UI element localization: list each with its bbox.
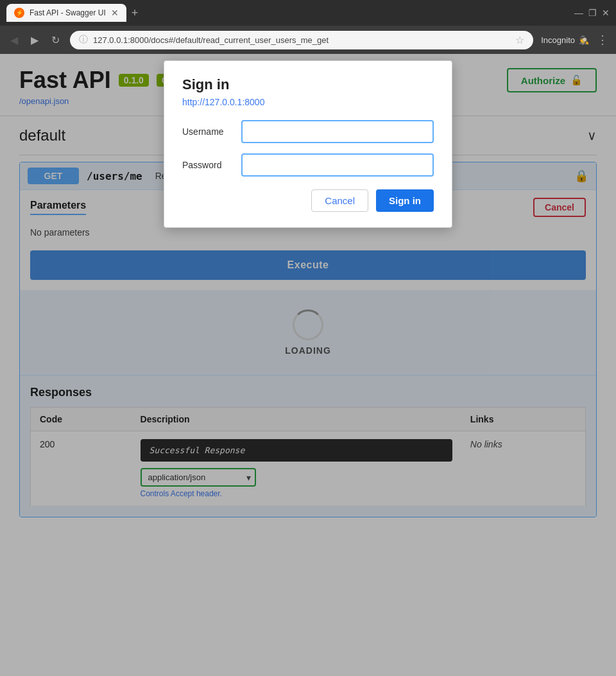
address-input[interactable]: ⓘ 127.0.0.1:8000/docs#/default/read_curr… [70,31,533,49]
password-label: Password [182,160,234,170]
tab-favicon: ⚡ [14,8,24,18]
username-label: Username [182,126,234,137]
address-bar: ◀ ▶ ↻ ⓘ 127.0.0.1:8000/docs#/default/rea… [0,26,616,54]
window-controls: — ❐ ✕ [574,8,610,18]
tab-title: Fast API - Swagger UI [30,8,106,17]
username-input[interactable] [241,120,434,143]
browser-menu-button[interactable]: ⋮ [597,33,608,47]
modal-cancel-button[interactable]: Cancel [311,189,368,212]
signin-modal: Sign in http://127.0.0.1:8000 Username P… [164,60,452,228]
maximize-button[interactable]: ❐ [588,8,597,18]
forward-button[interactable]: ▶ [28,31,41,49]
back-button[interactable]: ◀ [8,31,21,49]
username-field-group: Username [182,120,434,143]
tab-close-icon[interactable]: ✕ [111,8,119,18]
password-input[interactable] [241,153,434,177]
lock-secure-icon: ⓘ [79,34,88,46]
password-field-group: Password [182,153,434,177]
bookmark-icon[interactable]: ☆ [515,34,524,46]
modal-url: http://127.0.0.1:8000 [182,97,434,107]
modal-signin-button[interactable]: Sign in [376,189,434,212]
browser-tab[interactable]: ⚡ Fast API - Swagger UI ✕ [6,4,126,22]
modal-actions: Cancel Sign in [182,189,434,212]
browser-chrome: ⚡ Fast API - Swagger UI ✕ + — ❐ ✕ ◀ ▶ ↻ … [0,0,616,54]
title-bar: ⚡ Fast API - Swagger UI ✕ + — ❐ ✕ [0,0,616,26]
minimize-button[interactable]: — [574,8,583,18]
close-window-button[interactable]: ✕ [602,8,610,18]
new-tab-button[interactable]: + [132,6,139,20]
url-text: 127.0.0.1:8000/docs#/default/read_curren… [93,35,510,45]
modal-overlay: Sign in http://127.0.0.1:8000 Username P… [0,54,616,676]
incognito-area: Incognito 🕵 [541,35,589,45]
incognito-icon: 🕵 [579,35,589,45]
modal-title: Sign in [182,76,434,93]
incognito-label: Incognito [541,35,575,45]
refresh-button[interactable]: ↻ [49,31,62,49]
